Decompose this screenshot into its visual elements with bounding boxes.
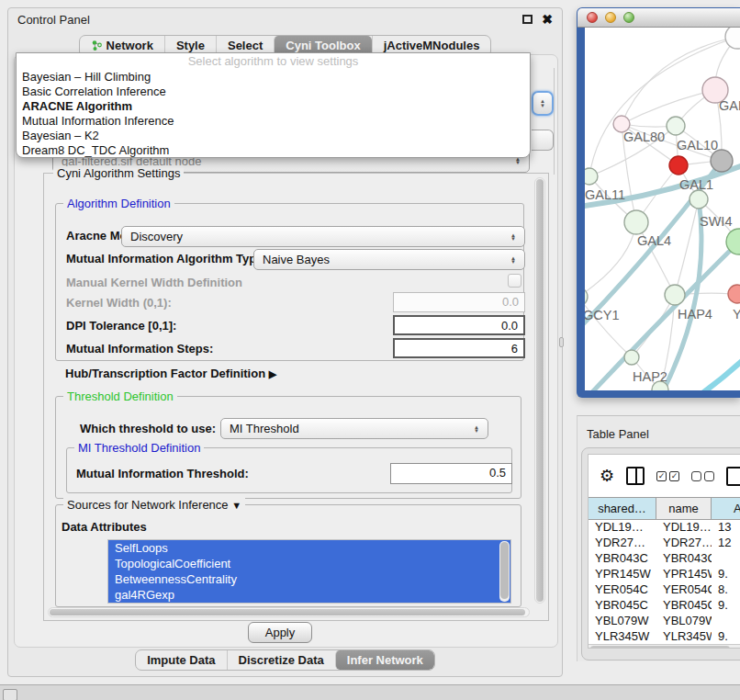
gear-icon[interactable]: ⚙: [600, 466, 614, 486]
mac-zoom-icon[interactable]: [623, 12, 634, 23]
manual-kernel-checkbox[interactable]: [508, 274, 521, 288]
table-row[interactable]: YER054CYER054C8.: [589, 582, 740, 598]
algorithm-dropdown-placeholder: Select algorithm to view settings: [17, 53, 530, 70]
manual-kernel-label: Manual Kernel Width Definition: [66, 276, 242, 289]
combo-stepper-icon: ▲▼: [510, 256, 516, 264]
tab-label: Network: [107, 39, 153, 52]
attribute-item[interactable]: TopologicalCoefficient: [108, 556, 510, 571]
node-green[interactable]: [690, 190, 708, 209]
dpi-tolerance-field[interactable]: 0.0: [393, 315, 525, 335]
attribute-item[interactable]: gal4RGexp: [108, 587, 510, 603]
node-label: HAP4: [678, 307, 712, 322]
threshold-definition-title: Threshold Definition: [63, 390, 177, 403]
node-table: shared… name A YDL19…YDL19…13 YDR27…YDR2…: [589, 497, 740, 649]
apply-button[interactable]: Apply: [248, 622, 312, 643]
table-row[interactable]: YDR27…YDR27…12: [589, 536, 740, 551]
mac-close-icon[interactable]: [587, 12, 598, 23]
cyan-edge: [702, 360, 740, 390]
settings-vertical-scrollbar[interactable]: [534, 177, 545, 604]
mi-steps-field[interactable]: 6: [393, 338, 525, 358]
tab-discretize-data[interactable]: Discretize Data: [227, 650, 335, 670]
attribute-item[interactable]: BetweennessCentrality: [108, 571, 510, 587]
settings-group-title: Cyni Algorithm Settings: [53, 166, 184, 180]
columns-icon[interactable]: [626, 467, 645, 485]
deselect-all-icon[interactable]: [691, 471, 714, 481]
network-window-titlebar: [577, 8, 740, 28]
column-header-shared-name[interactable]: shared…: [589, 498, 656, 519]
group-border-fragment: [554, 68, 555, 175]
combo-stepper-icon: ▲▼: [510, 233, 516, 241]
algorithm-option-selected[interactable]: ARACNE Algorithm: [17, 99, 530, 114]
node-gal11[interactable]: [585, 168, 598, 185]
node-label: GAL11: [585, 187, 625, 202]
cyni-settings-scrollpane: Cyni Algorithm Settings Algorithm Defini…: [43, 173, 549, 621]
node-gal4[interactable]: [624, 210, 648, 234]
table-row[interactable]: YLR345WYLR345W9.: [589, 629, 740, 645]
table-toolbar: ⚙ ✓✓: [589, 455, 740, 497]
table-panel-frame: ⚙ ✓✓ shared… name A YDL19…YDL19…13 YDR27…: [581, 447, 740, 660]
close-icon[interactable]: ✖: [542, 15, 553, 24]
control-panel-title: Control Panel: [17, 13, 522, 27]
tab-infer-network[interactable]: Infer Network: [335, 650, 434, 670]
data-attributes-label: Data Attributes: [62, 520, 147, 534]
table-header-row: shared… name A: [589, 497, 740, 520]
settings-horizontal-scrollbar[interactable]: [48, 607, 530, 617]
algorithm-option[interactable]: Mutual Information Inference: [17, 114, 530, 129]
select-all-icon[interactable]: ✓✓: [656, 471, 679, 481]
table-row[interactable]: YBR043CYBR043C: [589, 551, 740, 567]
tab-label: Cyni Toolbox: [286, 39, 360, 52]
table-row[interactable]: YDL19…YDL19…13: [589, 520, 740, 536]
node-hap4[interactable]: [665, 285, 685, 305]
sources-group-title: Sources for Network Inference ▼: [63, 498, 245, 512]
node-label: Y: [733, 307, 740, 322]
hub-definition-disclosure[interactable]: Hub/Transcription Factor Definition ▶: [65, 367, 276, 380]
cyni-bottom-tabbar: Impute Data Discretize Data Infer Networ…: [8, 649, 562, 671]
mi-type-combobox[interactable]: Naive Bayes ▲▼: [253, 249, 525, 270]
node-label: GAL1: [679, 177, 713, 192]
float-panel-icon[interactable]: [522, 15, 533, 24]
network-canvas[interactable]: GAL7 GAL80 GAL10 GAL1 GAL11 SWI4 GAL4 GC…: [585, 28, 740, 390]
node-gal1-red[interactable]: [669, 156, 688, 175]
column-header-name[interactable]: name: [656, 498, 712, 519]
attribute-list-scrollbar[interactable]: [499, 541, 510, 602]
algorithm-option[interactable]: Basic Correlation Inference: [17, 85, 530, 99]
kernel-width-field[interactable]: 0.0: [393, 292, 525, 312]
table-row[interactable]: YBL079WYBL079W: [589, 614, 740, 629]
sources-title-text: Sources for Network Inference: [67, 498, 229, 512]
mini-button[interactable]: [3, 689, 17, 700]
tab-impute-data[interactable]: Impute Data: [136, 650, 226, 670]
data-attributes-list[interactable]: SelfLoops TopologicalCoefficient Between…: [107, 539, 511, 604]
aracne-mode-value: Discovery: [130, 230, 510, 243]
aracne-mode-combobox[interactable]: Discovery ▲▼: [121, 226, 525, 247]
table-row[interactable]: YPR145WYPR145W9.: [589, 567, 740, 582]
sources-group: Sources for Network Inference ▼ Data Att…: [55, 504, 521, 607]
algorithm-dropdown-popup: Select algorithm to view settings Bayesi…: [16, 52, 531, 158]
focused-stepper-icon[interactable]: ▲▼: [532, 91, 554, 116]
attribute-item[interactable]: SelfLoops: [108, 540, 510, 556]
algorithm-option[interactable]: Bayesian – Hill Climbing: [17, 70, 530, 85]
table-panel: Table Panel ⚙ ✓✓ shared… name A YDL19…YD…: [577, 415, 740, 661]
node-partial-white[interactable]: [725, 28, 740, 49]
algorithm-option[interactable]: Dream8 DC_TDC Algorithm: [17, 143, 530, 158]
algorithm-option[interactable]: Bayesian – K2: [17, 129, 530, 143]
combo-stepper-icon: ▲▼: [474, 425, 479, 433]
node-gal10[interactable]: [667, 117, 685, 135]
tab-label: Impute Data: [147, 653, 215, 667]
node-hap2[interactable]: [624, 350, 639, 365]
table-horizontal-scrollbar[interactable]: [589, 644, 740, 649]
table-row[interactable]: YBR045CYBR045C9.: [589, 598, 740, 614]
node-gray[interactable]: [711, 150, 733, 172]
tab-label: jActiveMNodules: [384, 39, 480, 52]
split-pane-grip[interactable]: [559, 337, 564, 347]
hub-definition-label: Hub/Transcription Factor Definition: [65, 367, 265, 380]
mi-threshold-field[interactable]: 0.5: [390, 463, 512, 484]
algorithm-definition-title: Algorithm Definition: [63, 197, 174, 210]
which-threshold-combobox[interactable]: MI Threshold ▲▼: [220, 418, 488, 439]
combo-edge-fragment: [532, 130, 554, 151]
document-icon[interactable]: [726, 467, 740, 486]
tab-label: Style: [176, 39, 205, 52]
column-header-partial[interactable]: A: [712, 498, 740, 519]
mac-minimize-icon[interactable]: [605, 12, 616, 23]
node-salmon[interactable]: [728, 285, 740, 303]
disclosure-down-icon[interactable]: ▼: [231, 500, 241, 511]
